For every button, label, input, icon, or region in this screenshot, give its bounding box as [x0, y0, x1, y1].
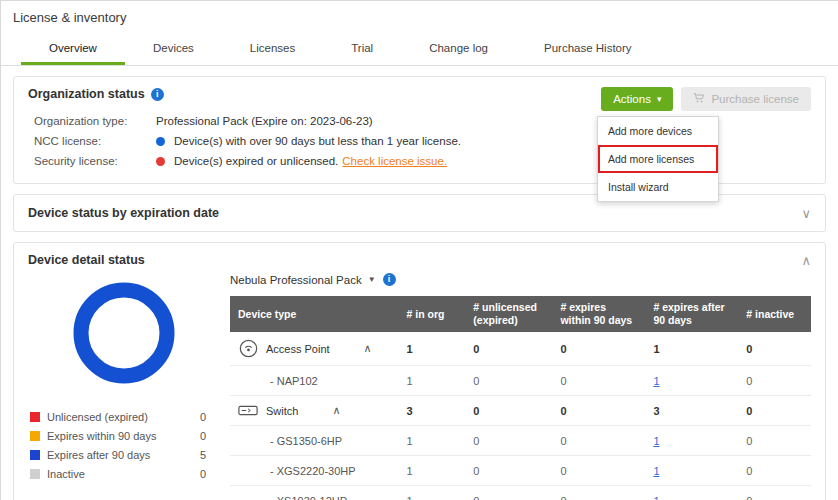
org-row-value: Device(s) with over 90 days but less tha…	[156, 135, 461, 147]
collapse-chevron-icon[interactable]: ∧	[364, 342, 372, 355]
table-row: Access Point∧10010	[230, 332, 811, 366]
device-detail-status-title: Device detail status	[28, 253, 145, 267]
column-header: Device type	[230, 296, 398, 332]
caret-down-icon: ▾	[657, 94, 662, 104]
menu-item-add-more-licenses[interactable]: Add more licenses	[598, 145, 718, 173]
device-type-label: Switch	[266, 405, 298, 417]
legend-label: Unlicensed (expired)	[47, 411, 148, 423]
device-type-wrap: - NAP102	[238, 375, 390, 387]
check-license-issue-link[interactable]: Check license issue.	[342, 155, 447, 167]
legend-item: Expires after 90 days5	[28, 449, 220, 461]
tab-change-log[interactable]: Change log	[401, 34, 516, 65]
license-donut-chart	[72, 281, 176, 389]
org-row-value: Device(s) expired or unlicensed.Check li…	[156, 155, 447, 167]
switch-icon	[238, 404, 258, 417]
value-cell: 0	[738, 456, 811, 486]
column-header: # expires within 90 days	[552, 296, 645, 332]
device-type-wrap: - XGS2220-30HP	[238, 465, 390, 477]
legend-value: 0	[200, 430, 206, 442]
device-type-label: Access Point	[266, 343, 330, 355]
device-type-label: - NAP102	[270, 375, 318, 387]
caret-down-icon: ▼	[368, 275, 376, 284]
value-cell: 0	[465, 486, 552, 500]
org-row-text: Device(s) with over 90 days but less tha…	[174, 135, 461, 147]
legend-swatch	[30, 431, 40, 441]
device-type-wrap: - GS1350-6HP	[238, 435, 390, 447]
tab-trial[interactable]: Trial	[323, 34, 401, 65]
org-row-label: Security license:	[34, 155, 156, 167]
org-row-value: Professional Pack (Expire on: 2023-06-23…	[156, 115, 373, 127]
chevron-up-icon[interactable]: ∧	[801, 254, 811, 267]
actions-button[interactable]: Actions ▾	[601, 87, 673, 111]
tab-devices[interactable]: Devices	[125, 34, 222, 65]
organization-status-title: Organization status	[28, 87, 145, 101]
actions-button-label: Actions	[613, 93, 651, 105]
legend-swatch	[30, 412, 40, 422]
column-header: # unlicensed (expired)	[465, 296, 552, 332]
value-cell: 0	[738, 426, 811, 456]
page-title: License & inventory	[1, 1, 838, 25]
value-cell: 0	[552, 486, 645, 500]
value-cell: 0	[738, 366, 811, 396]
purchase-license-label: Purchase license	[711, 93, 799, 105]
pack-selector[interactable]: Nebula Professional Pack ▼	[230, 274, 376, 286]
tab-overview[interactable]: Overview	[21, 34, 125, 65]
org-row-label: NCC license:	[34, 135, 156, 147]
value-cell: 3	[398, 396, 465, 426]
device-detail-status-header[interactable]: Device detail status ∧	[28, 253, 811, 267]
expires-count-link[interactable]: 1	[653, 375, 659, 387]
expires-count-link[interactable]: 1	[653, 495, 659, 500]
column-header: # inactive	[738, 296, 811, 332]
org-row-text: Professional Pack (Expire on: 2023-06-23…	[156, 115, 373, 127]
device-type-cell: Access Point∧	[230, 332, 398, 366]
chevron-down-icon[interactable]: ∨	[801, 207, 811, 220]
menu-item-install-wizard[interactable]: Install wizard	[598, 173, 718, 201]
value-cell: 0	[465, 426, 552, 456]
value-cell: 1	[645, 366, 738, 396]
value-cell: 0	[552, 332, 645, 366]
purchase-license-button[interactable]: Purchase license	[681, 87, 811, 111]
donut-legend: Unlicensed (expired)0Expires within 90 d…	[28, 411, 220, 480]
table-row: Switch∧30030	[230, 396, 811, 426]
device-type-label: - XS1930-12HP	[270, 495, 347, 500]
value-cell: 1	[398, 332, 465, 366]
device-type-cell: - XGS2220-30HP	[230, 456, 398, 486]
value-cell: 1	[398, 486, 465, 500]
value-cell: 1	[645, 456, 738, 486]
device-detail-table: Device type# in org# unlicensed (expired…	[230, 296, 811, 500]
device-detail-body: Unlicensed (expired)0Expires within 90 d…	[28, 271, 811, 500]
info-icon[interactable]: i	[151, 88, 164, 101]
value-cell: 0	[465, 332, 552, 366]
collapse-chevron-icon[interactable]: ∧	[332, 404, 340, 417]
legend-label: Expires within 90 days	[47, 430, 156, 442]
value-cell: 0	[552, 456, 645, 486]
donut-column: Unlicensed (expired)0Expires within 90 d…	[28, 271, 220, 500]
legend-swatch	[30, 469, 40, 479]
device-type-label: - GS1350-6HP	[270, 435, 342, 447]
device-table-header-row: Device type# in org# unlicensed (expired…	[230, 296, 811, 332]
organization-status-card: Organization status i Actions ▾ Purchase…	[13, 76, 826, 184]
menu-item-add-more-devices[interactable]: Add more devices	[598, 117, 718, 145]
value-cell: 0	[465, 396, 552, 426]
value-cell: 0	[738, 396, 811, 426]
legend-value: 0	[200, 411, 206, 423]
tab-purchase-history[interactable]: Purchase History	[516, 34, 660, 65]
value-cell: 1	[645, 332, 738, 366]
table-row: - GS1350-6HP10010	[230, 426, 811, 456]
device-table-body: Access Point∧10010- NAP10210010Switch∧30…	[230, 332, 811, 500]
expires-count-link[interactable]: 1	[653, 465, 659, 477]
legend-label: Inactive	[47, 468, 85, 480]
legend-label: Expires after 90 days	[47, 449, 150, 461]
value-cell: 0	[465, 366, 552, 396]
legend-value: 0	[200, 468, 206, 480]
license-inventory-page: License & inventory OverviewDevicesLicen…	[0, 0, 838, 500]
device-detail-status-card: Device detail status ∧ Unlicensed (expir…	[13, 242, 826, 500]
device-type-wrap: Access Point∧	[238, 339, 390, 358]
status-dot-icon	[156, 137, 165, 146]
expires-count-link[interactable]: 1	[653, 435, 659, 447]
info-icon[interactable]: i	[383, 273, 396, 286]
value-cell: 0	[552, 426, 645, 456]
device-table-column: Nebula Professional Pack ▼ i Device type…	[220, 271, 811, 500]
device-type-wrap: - XS1930-12HP	[238, 495, 390, 500]
tab-licenses[interactable]: Licenses	[222, 34, 323, 65]
